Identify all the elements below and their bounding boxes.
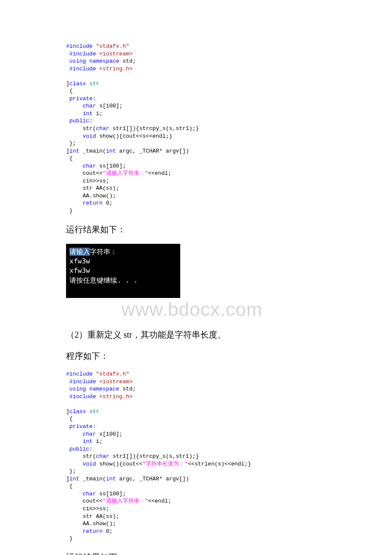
code-token: int <box>69 148 79 154</box>
code-token: public <box>66 118 89 124</box>
console-output-1: 请输入字符串： xfw3w xfw3w 请按任意键继续. . . <box>66 244 180 298</box>
code-token: <iostream> <box>96 51 133 57</box>
paragraph-program-heading: 程序如下： <box>66 349 326 363</box>
code-token: #include <box>69 379 96 385</box>
code-token: using namespace <box>69 386 119 392</box>
code-token: 0; <box>103 528 112 535</box>
code-token: #include <box>66 371 92 377</box>
code-token: show(){cout<< <box>96 461 142 467</box>
code-token: str <box>86 408 99 415</box>
console-line: xfw3w <box>69 257 90 265</box>
code-token: std; <box>119 386 136 392</box>
code-token: { <box>66 416 73 422</box>
code-token: private <box>66 423 92 430</box>
code-token: "字符串长度为：" <box>142 461 188 467</box>
code-token: <string.h> <box>96 66 133 72</box>
code-token: str AA(ss); <box>66 513 119 520</box>
code-token: _tmain( <box>79 476 106 482</box>
code-token: "请输入字符串：" <box>103 170 148 176</box>
code-token: int <box>66 110 92 117</box>
document-page: #include "stdafx.h" #include <iostream> … <box>0 0 392 555</box>
code-token: public <box>66 446 89 452</box>
code-token: char <box>66 163 96 169</box>
code-token: char <box>96 453 109 460</box>
console-line: 请输入 <box>69 248 90 256</box>
code-token: cout<< <box>66 170 103 176</box>
code-token: return <box>66 528 103 535</box>
code-token: str( <box>66 453 96 460</box>
code-token: 0; <box>103 200 112 206</box>
code-token: int <box>69 476 79 482</box>
code-token: int <box>106 476 116 482</box>
code-token: { <box>66 88 73 94</box>
code-token: cin>>ss; <box>66 178 109 184</box>
code-token: AA.show(); <box>66 193 116 199</box>
code-token: i; <box>92 438 102 445</box>
code-token: { <box>66 155 73 162</box>
code-token: ss[100]; <box>96 163 126 169</box>
code-token: } <box>66 208 73 214</box>
code-token: s[100]; <box>96 431 122 437</box>
code-token: : <box>92 95 96 102</box>
code-token: argc, _TCHAR* argv[]) <box>116 148 189 154</box>
code-block-1: #include "stdafx.h" #include <iostream> … <box>66 43 326 215</box>
code-token: show(){cout<<s<<endl;} <box>96 133 172 139</box>
paragraph-result-heading-2: 运行结果如下： <box>66 550 326 555</box>
code-token: std; <box>119 58 136 64</box>
code-token: ss[100]; <box>96 491 126 497</box>
code-token: #include <box>66 43 92 49</box>
code-token: void <box>66 133 96 139</box>
code-token: int <box>66 438 92 445</box>
code-token: return <box>66 200 103 206</box>
code-token: void <box>66 461 96 467</box>
code-token: _tmain( <box>79 148 106 154</box>
code-token: <<endl; <box>148 498 171 504</box>
code-token: class <box>69 81 86 87</box>
code-token: : <box>92 423 96 430</box>
code-token: str1[]){strcpy_s(s,str1);} <box>109 453 199 460</box>
code-token: AA.show(); <box>66 520 116 527</box>
code-token: cout<< <box>66 498 103 504</box>
code-token: i; <box>92 110 102 117</box>
code-token: char <box>66 491 96 497</box>
code-token: s[100]; <box>96 103 122 109</box>
code-token: #include <box>69 51 96 57</box>
code-token: : <box>89 118 93 124</box>
code-token: }; <box>66 140 76 147</box>
watermark-text: www.bdocx.com <box>121 299 326 320</box>
code-token: int <box>106 148 116 154</box>
code-token: class <box>69 408 86 415</box>
code-token: str AA(ss); <box>66 185 119 191</box>
code-token: #include <box>69 393 96 400</box>
code-token: } <box>66 535 73 542</box>
code-token: str1[]){strcpy_s(s,str1);} <box>109 125 199 132</box>
console-line: 请按任意键继续. . . <box>69 276 138 284</box>
code-token: argc, _TCHAR* argv[]) <box>116 476 189 482</box>
console-line: 字符串： <box>90 248 117 256</box>
code-token: "stdafx.h" <box>92 371 129 377</box>
code-token: str( <box>66 125 96 132</box>
code-token: <<endl; <box>148 170 171 176</box>
code-token: : <box>89 446 93 452</box>
code-token: "请输入字符串：" <box>103 498 148 504</box>
code-token: str <box>86 81 99 87</box>
paragraph-result-heading: 运行结果如下： <box>66 223 326 236</box>
code-token: private <box>66 95 92 102</box>
code-token: char <box>66 431 96 437</box>
code-token: { <box>66 483 73 489</box>
code-token: <iostream> <box>96 379 133 385</box>
code-token: <string.h> <box>96 393 133 400</box>
console-line: xfw3w <box>69 266 90 275</box>
code-token: "stdafx.h" <box>92 43 129 49</box>
code-block-2: #include "stdafx.h" #include <iostream> … <box>66 370 326 543</box>
code-token: #include <box>69 66 96 72</box>
code-token: char <box>66 103 96 109</box>
code-token: <<strlen(s)<<endl;} <box>188 461 251 467</box>
paragraph-redefine: （2）重新定义 str，其功能是字符串长度。 <box>66 328 326 341</box>
code-token: }; <box>66 468 76 474</box>
code-token: char <box>96 125 109 132</box>
code-token: using namespace <box>69 58 119 64</box>
code-token: cin>>ss; <box>66 506 109 512</box>
